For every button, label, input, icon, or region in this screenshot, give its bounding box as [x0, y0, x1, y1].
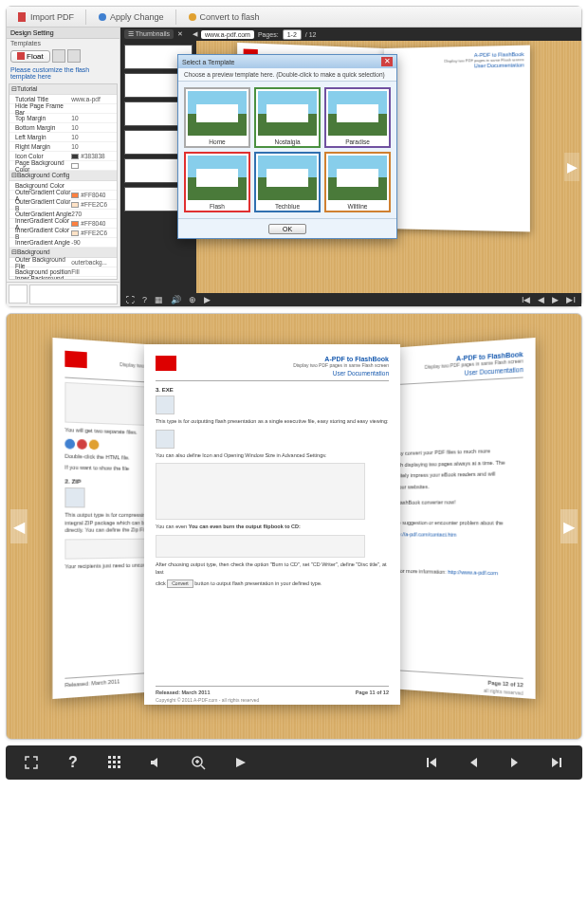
svg-point-2 [189, 13, 196, 21]
pdf-logo-icon [64, 351, 86, 369]
template-option[interactable]: Nostalgia [254, 87, 321, 148]
sound-icon[interactable] [148, 754, 165, 771]
template-option[interactable]: Home [184, 87, 250, 148]
book-center-page: A-PDF to FlashBook Display two PDF pages… [144, 344, 400, 705]
dialog-close-button[interactable]: ✕ [381, 57, 393, 66]
property-row[interactable]: Top Margin10 [9, 114, 117, 123]
player-control-bar: ? [6, 745, 582, 780]
property-row[interactable]: Right Margin10 [9, 142, 117, 152]
next-page-icon[interactable] [506, 754, 524, 771]
first-page-icon[interactable] [423, 754, 440, 771]
sound-icon[interactable]: 🔊 [171, 295, 181, 304]
template-select-button[interactable]: Float [10, 50, 50, 63]
property-group-header[interactable]: ⊟Background Config [9, 171, 117, 181]
template-icon-1[interactable] [52, 49, 65, 63]
first-page-icon[interactable]: I◀ [522, 295, 531, 304]
page-total: / 12 [305, 31, 317, 38]
property-row[interactable]: Page Background Color [9, 161, 117, 171]
property-row[interactable]: Bottom Margin10 [9, 123, 117, 133]
editor-panel: Import PDF Apply Change Convert to flash… [6, 6, 582, 307]
template-grid: HomeNostalgiaParadiseFlashTechblueWiltli… [178, 82, 396, 218]
svg-rect-8 [113, 761, 116, 763]
dialog-titlebar[interactable]: Select a Template ✕ [178, 55, 396, 68]
page-input[interactable]: 1-2 [283, 29, 302, 40]
flipbook-preview-panel: ◀ ▶ A-PDF to FlashBook Display two PDF p… [6, 313, 582, 740]
template-option[interactable]: Paradise [324, 87, 391, 148]
svg-rect-14 [427, 758, 429, 767]
dialog-ok-button[interactable]: OK [268, 224, 306, 234]
property-group-header[interactable]: ⊟Tutorial [9, 84, 117, 95]
pdf-logo-icon [156, 356, 176, 371]
info-link[interactable]: http://www.a-pdf.com [448, 569, 498, 576]
sidebar-footer [7, 282, 119, 306]
thumbnails-close-icon[interactable]: ✕ [177, 30, 183, 38]
last-page-icon[interactable]: ▶I [566, 295, 576, 304]
property-row[interactable]: Hide Page Frame Bar [9, 104, 117, 114]
svg-rect-4 [108, 756, 111, 759]
template-option[interactable]: Flash [184, 152, 250, 212]
template-icon-2[interactable] [67, 49, 81, 63]
svg-point-1 [99, 13, 106, 21]
property-row[interactable]: Left Margin10 [9, 133, 117, 142]
template-option[interactable]: Techblue [254, 152, 321, 212]
svg-rect-5 [113, 756, 116, 759]
book-prev-arrow[interactable]: ◀ [10, 509, 28, 543]
main-toolbar: Import PDF Apply Change Convert to flash [7, 7, 581, 28]
grid-icon[interactable]: ▦ [155, 295, 163, 304]
import-pdf-button[interactable]: Import PDF [10, 10, 82, 24]
preview-bottom-bar: ⛶ ? ▦ 🔊 ⊕ ▶ I◀ ◀ ▶ ▶I [120, 293, 581, 306]
convert-to-flash-button[interactable]: Convert to flash [180, 10, 267, 24]
property-row[interactable]: Outer Background Fileouterbackg... [9, 258, 117, 267]
property-row[interactable]: InnerGradient Color B#FFE2C6 [9, 229, 117, 238]
next-icon[interactable]: ▶ [552, 295, 559, 304]
thumbnails-grid-icon[interactable] [106, 754, 123, 771]
svg-rect-10 [108, 765, 111, 768]
fullscreen-icon[interactable]: ⛶ [126, 295, 135, 304]
book-page-right: A-PDF to FlashBook Display two PDF pages… [384, 46, 530, 232]
last-page-icon[interactable] [548, 754, 565, 771]
thumbnails-toggle[interactable]: ☰ Thumbnails [124, 29, 174, 39]
property-row[interactable]: Inner Background Fileinnerbackg... [9, 277, 117, 280]
book-next-arrow[interactable]: ▶ [560, 509, 578, 543]
help-icon[interactable]: ? [142, 295, 147, 304]
svg-rect-9 [118, 761, 120, 763]
contact-link[interactable]: http://a-pdf.com/contact.htm [393, 531, 456, 538]
zoom-icon[interactable]: ⊕ [189, 295, 196, 304]
convert-inline-button: Convert [167, 579, 193, 588]
prev-icon[interactable]: ◀ [538, 295, 544, 304]
svg-rect-0 [18, 12, 26, 22]
property-row[interactable]: InnerGradient Angle-90 [9, 238, 117, 248]
design-setting-tab[interactable]: Design Setting [7, 28, 119, 39]
preview-top-bar: ☰ Thumbnails ✕ ◀ www.a-pdf.com Pages: 1-… [120, 28, 581, 41]
design-sidebar: Design Setting Templates Float Please cu… [7, 28, 120, 306]
property-row[interactable]: OuterGradient Color B#FFE2C6 [9, 200, 117, 210]
customize-link[interactable]: Please customize the flash template here [7, 64, 119, 82]
preview-stage: ☰ Thumbnails ✕ ◀ www.a-pdf.com Pages: 1-… [120, 28, 581, 306]
color-preview[interactable] [9, 285, 28, 303]
svg-rect-12 [118, 765, 120, 768]
template-option[interactable]: Wiltline [324, 152, 391, 212]
svg-rect-15 [560, 758, 561, 767]
svg-rect-3 [17, 52, 25, 60]
property-value-input[interactable] [29, 285, 118, 304]
apply-change-button[interactable]: Apply Change [90, 10, 172, 24]
svg-rect-11 [113, 765, 116, 768]
templates-label: Templates [7, 39, 119, 47]
pages-label: Pages: [258, 31, 279, 38]
property-grid[interactable]: ⊟TutorialTutorial Titlewww.a-pdfHide Pag… [9, 83, 118, 280]
svg-rect-6 [118, 756, 120, 759]
play-icon[interactable] [231, 754, 248, 771]
zoom-in-icon[interactable] [190, 754, 207, 771]
template-dialog: Select a Template ✕ Choose a preview tem… [177, 54, 397, 239]
svg-rect-7 [108, 761, 111, 763]
fullscreen-icon[interactable] [23, 754, 40, 771]
help-icon[interactable]: ? [64, 754, 82, 771]
play-icon[interactable]: ▶ [204, 295, 211, 304]
address-display: www.a-pdf.com [201, 30, 254, 39]
prev-page-icon[interactable] [465, 754, 482, 771]
dialog-hint: Choose a preview template here. (Double-… [178, 68, 396, 82]
next-page-arrow[interactable]: ▶ [564, 153, 579, 181]
